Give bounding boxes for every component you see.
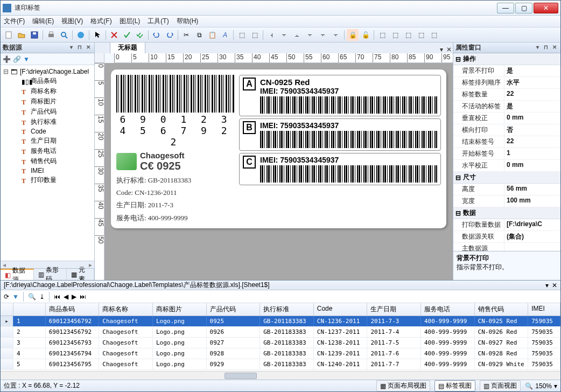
grid-row[interactable]: 3690123456793ChaogesoftLogo.png0927GB-20… [1,338,560,348]
label-detail-line[interactable]: Code: CN-1236-2011 [116,188,235,197]
undo-icon[interactable] [151,29,163,41]
tree-field[interactable]: T产品代码 [2,107,93,117]
tab-barcode[interactable]: ▥条形码 [34,269,67,280]
grid-row[interactable]: 5690123456795ChaogesoftLogo.png0929GB-20… [1,359,560,370]
same-height-icon[interactable]: ⬚ [415,29,427,41]
tree-field[interactable]: T执行标准 [2,117,93,127]
redo-icon[interactable] [164,29,176,41]
grid-column-header[interactable]: 商标名称 [99,303,153,316]
imei-box[interactable]: BIMEI: 75903534345937 [239,118,441,151]
brand-logo[interactable] [116,153,137,170]
tree-root[interactable]: ⊟🗔 [F:\drieya\Chaoge.Label [2,67,93,76]
prop-row[interactable]: 背景不打印是 [453,65,560,77]
grid-row[interactable]: 4690123456794ChaogesoftLogo.png0928GB-20… [1,348,560,359]
tree-field[interactable]: T商标名称 [2,86,93,96]
paste-icon[interactable]: 📋 [206,29,218,41]
prop-row[interactable]: 打印数量数据[F:\drieya\C [453,219,560,231]
globe-icon[interactable] [75,29,87,41]
tab-dropdown-icon[interactable]: ▾ [438,46,445,53]
label-detail-line[interactable]: 生产日期: 2011-7-3 [116,200,235,210]
menu-edit[interactable]: 编辑(E) [32,17,54,26]
align-left-icon[interactable]: ⫞ [265,29,277,41]
align-middle-icon[interactable]: ⫟ [317,29,329,41]
tree-field[interactable]: T服务电话 [2,146,93,156]
align-bottom-icon[interactable]: ⫟ [330,29,342,41]
field-tree[interactable]: ⊟🗔 [F:\drieya\Chaoge.Label ▮▯▮商品条码T商标名称T… [1,65,94,261]
grid-search-icon[interactable]: 🔍 [28,293,36,300]
grid-close-icon[interactable]: ✕ [552,282,557,289]
menu-view[interactable]: 视图(V) [61,17,83,26]
grid-row[interactable]: ▸1690123456792ChaogesoftLogo.png0925GB-2… [1,316,560,327]
grid-column-header[interactable]: IMEI [528,303,560,316]
minimize-button[interactable]: — [497,3,514,13]
menu-help[interactable]: 帮助(H) [177,17,199,26]
prop-dropdown-icon[interactable]: ▾ [534,44,541,52]
prop-row[interactable]: 宽度100 mm [453,195,560,207]
panel-dropdown-icon[interactable]: ▾ [67,44,75,52]
menu-format[interactable]: 格式(F) [90,17,111,26]
prop-row[interactable]: 横向打印否 [453,124,560,136]
tree-scroll-left-icon[interactable]: ◂ [3,261,6,268]
grid-row[interactable]: 2690123456792ChaogesoftLogo.png0926GB-20… [1,327,560,338]
align-right-icon[interactable]: ⫠ [291,29,303,41]
grid-first-icon[interactable]: ⏮ [54,293,60,300]
tree-field[interactable]: T销售代码 [2,156,93,166]
document-tab[interactable]: 无标题 [110,43,145,53]
imei-box[interactable]: ACN-0925 RedIMEI: 75903534345937 [239,75,441,116]
grid-column-header[interactable]: 生产日期 [367,303,421,316]
grid-filter-icon[interactable]: ▼ [12,293,19,300]
tree-field[interactable]: T打印数量 [2,175,93,185]
prop-row[interactable]: 不活动的标签是 [453,101,560,113]
prop-row[interactable]: 标签数量22 [453,89,560,101]
view-label[interactable]: ▤标签视图 [434,380,475,391]
grid-column-header[interactable]: Code [314,303,368,316]
prop-category[interactable]: ⊟ 操作 [453,53,560,65]
add-datasource-icon[interactable]: ➕ [3,55,11,63]
label-preview[interactable]: 6 9 0 1 2 3 4 5 6 7 9 2 2 Chaogesoft C€ … [111,69,446,228]
tab-close-icon[interactable]: ✕ [445,46,453,53]
copy-icon[interactable]: ⧉ [193,29,205,41]
panel-close-icon[interactable]: ✕ [85,44,92,52]
grid-column-header[interactable]: 产品代码 [207,303,261,316]
send-back-icon[interactable]: ⬚ [249,29,261,41]
new-icon[interactable] [3,29,15,41]
tab-element[interactable]: ▦元素 [67,269,94,280]
tab-datasource[interactable]: ◧数据源 [1,269,34,280]
prop-row[interactable]: 垂直校正0 mm [453,113,560,124]
delete-icon[interactable] [108,29,120,41]
grid-column-header[interactable]: 销售代码 [475,303,529,316]
view-page[interactable]: ▥页面视图 [480,380,521,391]
imei-box[interactable]: CIMEI: 75903534345937 [239,153,441,185]
tree-field[interactable]: T商标图片 [2,96,93,107]
menu-layer[interactable]: 图层(L) [120,17,141,26]
data-grid[interactable]: 商品条码商标名称商标图片产品代码执行标准Code生产日期服务电话销售代码IMEI… [1,303,560,371]
prop-row[interactable]: 结束标签号22 [453,136,560,148]
save-icon[interactable] [29,29,40,41]
tree-field[interactable]: ▮▯▮商品条码 [2,76,93,86]
label-detail-line[interactable]: 执行标准: GB-201183383 [116,176,235,185]
close-button[interactable]: ✕ [534,3,558,13]
product-barcode[interactable] [116,75,235,113]
grid-column-header[interactable]: 服务电话 [421,303,475,316]
open-icon[interactable] [16,29,27,41]
maximize-button[interactable]: ▢ [515,3,532,13]
dist-v-icon[interactable]: ⬚ [389,29,401,41]
grid-next-icon[interactable]: ▶ [72,293,76,300]
property-grid[interactable]: ⊟ 操作背景不打印是标签排列顺序水平标签数量22不活动的标签是垂直校正0 mm横… [453,53,560,251]
font-icon[interactable]: A [219,29,231,41]
link-datasource-icon[interactable]: 🔗 [13,55,21,63]
preview-icon[interactable] [58,29,70,41]
menu-tools[interactable]: 工具(T) [148,17,169,26]
prop-row[interactable]: 主数据源 [453,243,560,251]
cut-icon[interactable]: ✂ [180,29,192,41]
check-all-icon[interactable] [134,29,146,41]
tree-field[interactable]: TCode [2,127,93,136]
align-top-icon[interactable]: ⫟ [304,29,316,41]
prop-row[interactable]: 水平校正0 mm [453,160,560,172]
grid-export-icon[interactable]: ⤓ [39,293,45,300]
grid-column-header[interactable]: 商品条码 [46,303,100,316]
grid-last-icon[interactable]: ⏭ [80,293,86,300]
grid-dropdown-icon[interactable]: ▾ [545,282,549,289]
view-page-layout[interactable]: ▦页面布局视图 [376,380,430,391]
same-width-icon[interactable]: ⬚ [402,29,414,41]
